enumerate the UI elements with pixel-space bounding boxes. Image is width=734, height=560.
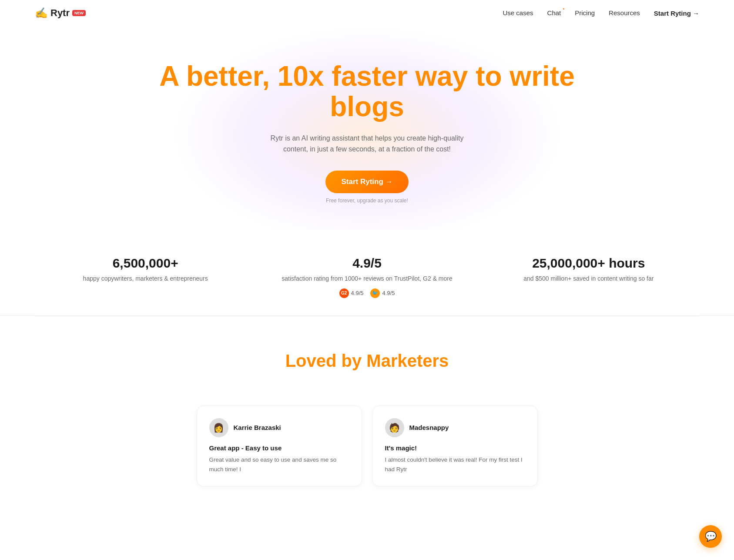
testimonial-text-0: Great value and so easy to use and saves… [209, 455, 349, 474]
chat-bubble-button[interactable]: 💬 [699, 525, 722, 548]
loved-title: Loved by Marketers [17, 351, 717, 371]
stat-hours: 25,000,000+ hours and $500 million+ save… [478, 256, 699, 298]
testimonial-review-title-1: It's magic! [385, 444, 525, 452]
nav-item-pricing[interactable]: Pricing [575, 9, 595, 17]
testimonial-header-0: 👩 Karrie Brazaski [209, 418, 349, 437]
stat-rating-badges: G2 4.9/5 🐦 4.9/5 [274, 288, 460, 298]
logo-text: Rytr [50, 7, 70, 19]
testimonial-avatar-1: 🧑 [385, 418, 404, 437]
testimonial-text-1: I almost couldn't believe it was real! F… [385, 455, 525, 474]
nav-start-ryting-button[interactable]: Start Ryting → [654, 10, 699, 17]
hero-cta-button[interactable]: Start Ryting → [325, 171, 408, 193]
loved-section: Loved by Marketers [0, 316, 734, 406]
g2-rating: 4.9/5 [351, 290, 364, 296]
hero-cta-wrap: Start Ryting → Free forever, upgrade as … [9, 171, 725, 204]
stat-users: 6,500,000+ happy copywriters, marketers … [35, 256, 256, 298]
loved-title-highlight: Marketers [366, 351, 449, 370]
stat-rating: 4.9/5 satisfaction rating from 1000+ rev… [256, 256, 478, 298]
nav-item-use-cases[interactable]: Use cases [503, 9, 533, 17]
stat-rating-number: 4.9/5 [274, 256, 460, 271]
hero-headline-highlight: blogs [9, 91, 725, 122]
testimonial-card-0: 👩 Karrie Brazaski Great app - Easy to us… [197, 406, 362, 486]
stats-section: 6,500,000+ happy copywriters, marketers … [0, 230, 734, 316]
stat-hours-desc: and $500 million+ saved in content writi… [496, 274, 682, 283]
testimonials-container: 👩 Karrie Brazaski Great app - Easy to us… [0, 406, 734, 486]
avatar-emoji-0: 👩 [213, 423, 224, 433]
nav-item-chat[interactable]: Chat [547, 9, 561, 17]
logo-badge: NEW [72, 10, 86, 16]
testimonial-name-1: Madesnappy [409, 424, 449, 431]
nav-item-resources[interactable]: Resources [609, 9, 640, 17]
testimonial-card-1: 🧑 Madesnappy It's magic! I almost couldn… [372, 406, 538, 486]
loved-title-prefix: Loved by [285, 351, 367, 370]
g2-icon: G2 [339, 288, 349, 298]
avatar-emoji-1: 🧑 [389, 423, 400, 433]
testimonial-review-title-0: Great app - Easy to use [209, 444, 349, 452]
hero-content: A better, 10x faster way to write blogs … [9, 61, 725, 204]
testimonial-name-0: Karrie Brazaski [234, 424, 281, 431]
capterra-badge: 🐦 4.9/5 [370, 288, 395, 298]
nav-links: Use cases Chat Pricing Resources Start R… [503, 9, 699, 17]
logo-icon: ✍️ [35, 7, 48, 19]
testimonial-avatar-0: 👩 [209, 418, 228, 437]
hero-headline: A better, 10x faster way to write blogs [9, 61, 725, 122]
stat-users-number: 6,500,000+ [52, 256, 238, 271]
hero-subtitle: Rytr is an AI writing assistant that hel… [258, 133, 476, 155]
capterra-icon: 🐦 [370, 288, 380, 298]
hero-headline-line1: A better, 10x faster way to write [9, 61, 725, 91]
hero-cta-note: Free forever, upgrade as you scale! [9, 198, 725, 204]
capterra-rating: 4.9/5 [382, 290, 395, 296]
navbar: ✍️ Rytr NEW Use cases Chat Pricing Resou… [0, 0, 734, 26]
stat-users-desc: happy copywriters, marketers & entrepren… [52, 274, 238, 283]
g2-badge: G2 4.9/5 [339, 288, 364, 298]
stat-hours-number: 25,000,000+ hours [496, 256, 682, 271]
chat-bubble-icon: 💬 [705, 531, 717, 542]
hero-section: A better, 10x faster way to write blogs … [0, 26, 734, 230]
testimonial-header-1: 🧑 Madesnappy [385, 418, 525, 437]
logo[interactable]: ✍️ Rytr NEW [35, 7, 86, 19]
stat-rating-desc: satisfaction rating from 1000+ reviews o… [274, 274, 460, 283]
